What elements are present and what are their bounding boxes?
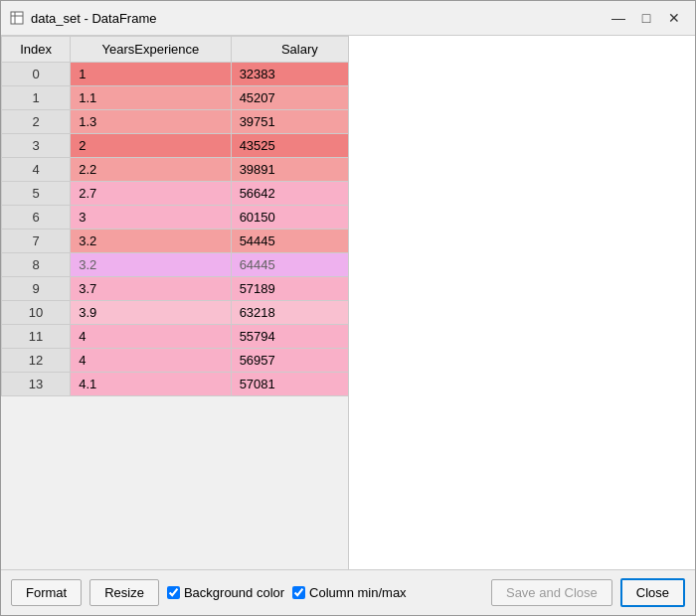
cell-years: 1 bbox=[71, 63, 231, 86]
column-minmax-checkbox-label[interactable]: Column min/max bbox=[292, 585, 407, 600]
table-row: 11455794 bbox=[2, 325, 349, 349]
maximize-button[interactable]: □ bbox=[633, 7, 659, 29]
table-row: 12456957 bbox=[2, 349, 349, 373]
background-color-checkbox-label[interactable]: Background color bbox=[167, 585, 284, 600]
cell-index: 12 bbox=[2, 349, 71, 373]
cell-salary: 56957 bbox=[231, 349, 348, 373]
cell-years: 1.1 bbox=[71, 86, 231, 110]
dataframe-table: Index YearsExperience Salary 013238311.1… bbox=[1, 36, 349, 396]
cell-salary: 55794 bbox=[231, 325, 348, 349]
title-bar: data_set - DataFrame — □ ✕ bbox=[1, 1, 695, 36]
background-color-checkbox[interactable] bbox=[167, 586, 180, 599]
svg-rect-0 bbox=[11, 12, 23, 24]
cell-index: 13 bbox=[2, 373, 71, 396]
cell-salary: 39751 bbox=[231, 110, 348, 134]
app-icon bbox=[9, 10, 25, 26]
table-row: 0132383 bbox=[2, 63, 349, 86]
cell-salary: 64445 bbox=[231, 253, 348, 277]
cell-index: 1 bbox=[2, 86, 71, 110]
table-row: 73.254445 bbox=[2, 230, 349, 253]
cell-index: 2 bbox=[2, 110, 71, 134]
content-area: Index YearsExperience Salary 013238311.1… bbox=[1, 36, 695, 569]
cell-salary: 63218 bbox=[231, 301, 348, 325]
main-window: data_set - DataFrame — □ ✕ Index YearsEx… bbox=[0, 0, 696, 616]
cell-salary: 32383 bbox=[231, 63, 348, 86]
table-row: 52.756642 bbox=[2, 182, 349, 206]
col-header-index: Index bbox=[2, 37, 71, 63]
cell-salary: 43525 bbox=[231, 134, 348, 158]
cell-years: 2.7 bbox=[71, 182, 231, 206]
save-close-button[interactable]: Save and Close bbox=[491, 579, 612, 606]
cell-salary: 56642 bbox=[231, 182, 348, 206]
col-header-salary: Salary bbox=[231, 37, 348, 63]
cell-index: 7 bbox=[2, 230, 71, 253]
table-row: 21.339751 bbox=[2, 110, 349, 134]
table-container[interactable]: Index YearsExperience Salary 013238311.1… bbox=[1, 36, 349, 569]
cell-years: 3.2 bbox=[71, 253, 231, 277]
cell-salary: 57189 bbox=[231, 277, 348, 301]
minimize-button[interactable]: — bbox=[606, 7, 631, 29]
column-minmax-checkbox[interactable] bbox=[292, 586, 305, 599]
cell-salary: 39891 bbox=[231, 158, 348, 182]
table-row: 134.157081 bbox=[2, 373, 349, 396]
cell-years: 3.9 bbox=[71, 301, 231, 325]
empty-area bbox=[349, 36, 696, 569]
cell-years: 4 bbox=[71, 325, 231, 349]
col-header-years: YearsExperience bbox=[71, 37, 231, 63]
column-minmax-label: Column min/max bbox=[309, 585, 407, 600]
resize-button[interactable]: Resize bbox=[89, 579, 159, 606]
cell-years: 3 bbox=[71, 206, 231, 230]
cell-years: 2.2 bbox=[71, 158, 231, 182]
cell-salary: 57081 bbox=[231, 373, 348, 396]
table-row: 42.239891 bbox=[2, 158, 349, 182]
window-title: data_set - DataFrame bbox=[31, 11, 606, 26]
cell-index: 9 bbox=[2, 277, 71, 301]
cell-years: 2 bbox=[71, 134, 231, 158]
cell-salary: 60150 bbox=[231, 206, 348, 230]
cell-years: 1.3 bbox=[71, 110, 231, 134]
cell-index: 11 bbox=[2, 325, 71, 349]
table-row: 6360150 bbox=[2, 206, 349, 230]
table-row: 83.264445 bbox=[2, 253, 349, 277]
cell-index: 6 bbox=[2, 206, 71, 230]
cell-years: 3.7 bbox=[71, 277, 231, 301]
window-controls: — □ ✕ bbox=[606, 7, 687, 29]
cell-index: 4 bbox=[2, 158, 71, 182]
cell-years: 4 bbox=[71, 349, 231, 373]
table-row: 3243525 bbox=[2, 134, 349, 158]
cell-salary: 45207 bbox=[231, 86, 348, 110]
close-button[interactable]: Close bbox=[620, 578, 685, 607]
cell-index: 5 bbox=[2, 182, 71, 206]
cell-index: 0 bbox=[2, 63, 71, 86]
window-close-button[interactable]: ✕ bbox=[661, 7, 687, 29]
format-button[interactable]: Format bbox=[11, 579, 82, 606]
bottom-toolbar: Format Resize Background color Column mi… bbox=[1, 569, 695, 615]
cell-years: 4.1 bbox=[71, 373, 231, 396]
table-header-row: Index YearsExperience Salary bbox=[2, 37, 349, 63]
background-color-label: Background color bbox=[184, 585, 284, 600]
cell-index: 3 bbox=[2, 134, 71, 158]
table-row: 93.757189 bbox=[2, 277, 349, 301]
cell-years: 3.2 bbox=[71, 230, 231, 253]
cell-index: 10 bbox=[2, 301, 71, 325]
table-row: 11.145207 bbox=[2, 86, 349, 110]
table-row: 103.963218 bbox=[2, 301, 349, 325]
cell-index: 8 bbox=[2, 253, 71, 277]
cell-salary: 54445 bbox=[231, 230, 348, 253]
